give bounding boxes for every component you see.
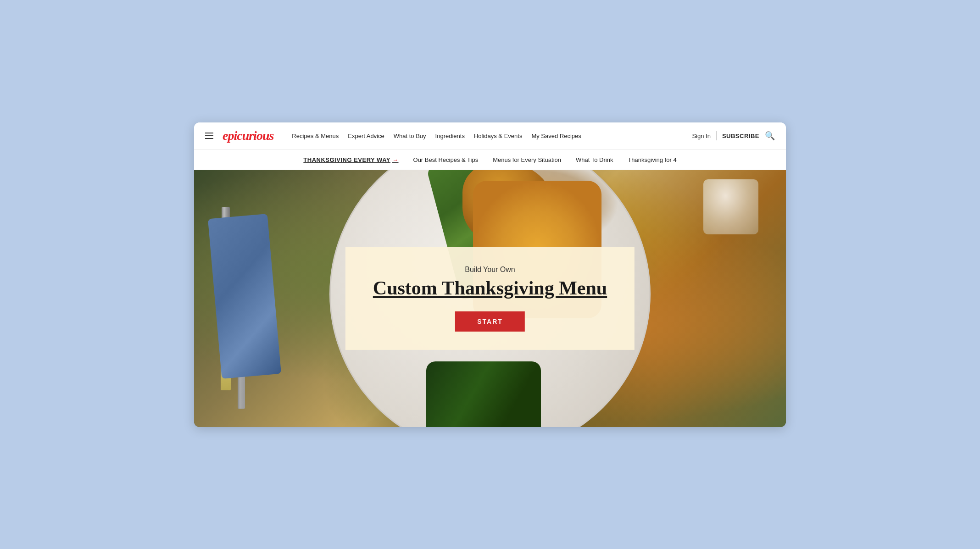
subnav-link-4[interactable]: Thanksgiving for 4 bbox=[628, 156, 676, 163]
nav-what-to-buy[interactable]: What to Buy bbox=[394, 133, 426, 139]
subnav-highlight[interactable]: THANKSGIVING EVERY WAY → bbox=[303, 156, 398, 163]
start-button[interactable]: START bbox=[455, 311, 525, 332]
subnav-highlight-text: THANKSGIVING EVERY WAY bbox=[303, 156, 390, 163]
nav-holidays-events[interactable]: Holidays & Events bbox=[474, 133, 523, 139]
overlay-title: Custom Thanksgiving Menu bbox=[373, 277, 607, 298]
main-nav: Recipes & Menus Expert Advice What to Bu… bbox=[292, 133, 581, 139]
logo[interactable]: epicurious bbox=[223, 128, 273, 143]
overlay-card: Build Your Own Custom Thanksgiving Menu … bbox=[345, 247, 635, 349]
header: epicurious Recipes & Menus Expert Advice… bbox=[194, 122, 786, 150]
nav-expert-advice[interactable]: Expert Advice bbox=[348, 133, 384, 139]
subnav-link-3[interactable]: What To Drink bbox=[576, 156, 613, 163]
search-icon[interactable]: 🔍 bbox=[765, 131, 775, 141]
nav-saved-recipes[interactable]: My Saved Recipes bbox=[531, 133, 581, 139]
header-divider bbox=[716, 131, 717, 140]
sign-in-link[interactable]: Sign In bbox=[692, 133, 710, 139]
hamburger-menu-icon[interactable] bbox=[205, 133, 213, 139]
header-right: Sign In SUBSCRIBE 🔍 bbox=[692, 131, 775, 141]
header-left: epicurious Recipes & Menus Expert Advice… bbox=[205, 128, 581, 143]
subnav-link-2[interactable]: Menus for Every Situation bbox=[493, 156, 561, 163]
napkin bbox=[208, 214, 281, 379]
subscribe-button[interactable]: SUBSCRIBE bbox=[722, 133, 759, 139]
nav-ingredients[interactable]: Ingredients bbox=[435, 133, 465, 139]
browser-window: epicurious Recipes & Menus Expert Advice… bbox=[194, 122, 786, 427]
subnav: THANKSGIVING EVERY WAY → Our Best Recipe… bbox=[194, 150, 786, 170]
hero-section: Build Your Own Custom Thanksgiving Menu … bbox=[194, 170, 786, 427]
subnav-arrow: → bbox=[392, 156, 399, 163]
nav-recipes-menus[interactable]: Recipes & Menus bbox=[292, 133, 339, 139]
glass bbox=[703, 179, 758, 234]
overlay-subtitle: Build Your Own bbox=[373, 265, 607, 273]
collard-greens bbox=[426, 361, 541, 427]
subnav-link-1[interactable]: Our Best Recipes & Tips bbox=[413, 156, 479, 163]
